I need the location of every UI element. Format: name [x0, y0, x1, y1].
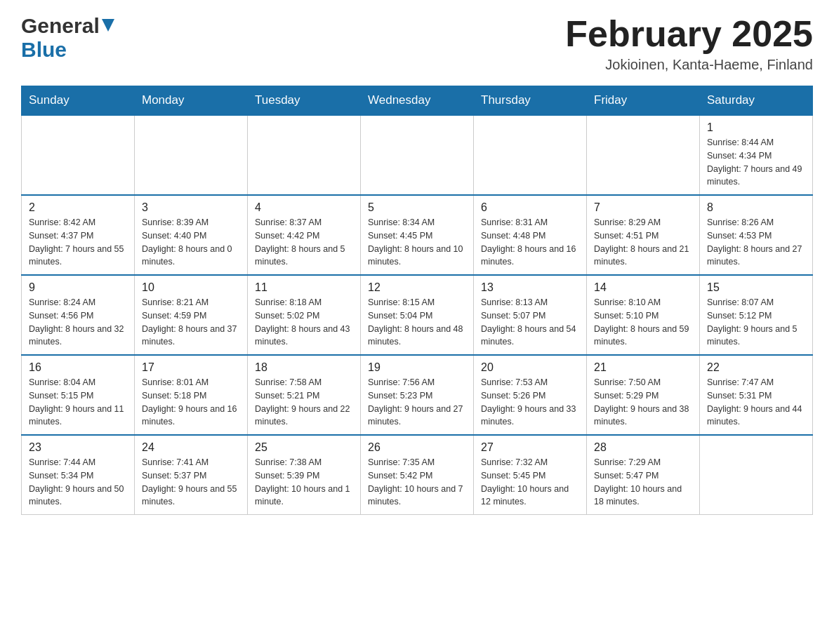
day-info: Sunrise: 8:07 AMSunset: 5:12 PMDaylight:…: [707, 296, 805, 349]
calendar-cell: 14Sunrise: 8:10 AMSunset: 5:10 PMDayligh…: [587, 275, 700, 355]
calendar-cell: 23Sunrise: 7:44 AMSunset: 5:34 PMDayligh…: [22, 435, 135, 515]
day-info: Sunrise: 8:26 AMSunset: 4:53 PMDaylight:…: [707, 216, 805, 269]
calendar-cell: 21Sunrise: 7:50 AMSunset: 5:29 PMDayligh…: [587, 355, 700, 435]
calendar-cell: 20Sunrise: 7:53 AMSunset: 5:26 PMDayligh…: [474, 355, 587, 435]
calendar-cell: 25Sunrise: 7:38 AMSunset: 5:39 PMDayligh…: [248, 435, 361, 515]
day-number: 28: [594, 441, 692, 454]
day-number: 5: [368, 201, 466, 214]
calendar-cell: 22Sunrise: 7:47 AMSunset: 5:31 PMDayligh…: [700, 355, 813, 435]
day-number: 17: [142, 361, 240, 374]
day-number: 11: [255, 281, 353, 294]
calendar-cell: 10Sunrise: 8:21 AMSunset: 4:59 PMDayligh…: [135, 275, 248, 355]
day-info: Sunrise: 8:31 AMSunset: 4:48 PMDaylight:…: [481, 216, 579, 269]
day-info: Sunrise: 8:37 AMSunset: 4:42 PMDaylight:…: [255, 216, 353, 269]
calendar-cell: 24Sunrise: 7:41 AMSunset: 5:37 PMDayligh…: [135, 435, 248, 515]
day-info: Sunrise: 7:38 AMSunset: 5:39 PMDaylight:…: [255, 456, 353, 509]
title-block: February 2025 Jokioinen, Kanta-Haeme, Fi…: [565, 14, 813, 73]
day-info: Sunrise: 8:44 AMSunset: 4:34 PMDaylight:…: [707, 136, 805, 189]
day-number: 7: [594, 201, 692, 214]
day-number: 27: [481, 441, 579, 454]
day-number: 16: [29, 361, 127, 374]
day-number: 25: [255, 441, 353, 454]
calendar-cell: 1Sunrise: 8:44 AMSunset: 4:34 PMDaylight…: [700, 115, 813, 195]
logo-general-text: General: [21, 14, 100, 38]
day-info: Sunrise: 8:34 AMSunset: 4:45 PMDaylight:…: [368, 216, 466, 269]
day-info: Sunrise: 8:24 AMSunset: 4:56 PMDaylight:…: [29, 296, 127, 349]
day-number: 20: [481, 361, 579, 374]
week-row-5: 23Sunrise: 7:44 AMSunset: 5:34 PMDayligh…: [22, 435, 813, 515]
day-number: 9: [29, 281, 127, 294]
calendar-cell: [474, 115, 587, 195]
page-header: General Blue February 2025 Jokioinen, Ka…: [21, 14, 813, 73]
header-sunday: Sunday: [22, 86, 135, 116]
day-number: 15: [707, 281, 805, 294]
day-number: 10: [142, 281, 240, 294]
calendar-cell: 28Sunrise: 7:29 AMSunset: 5:47 PMDayligh…: [587, 435, 700, 515]
day-number: 8: [707, 201, 805, 214]
calendar-cell: 13Sunrise: 8:13 AMSunset: 5:07 PMDayligh…: [474, 275, 587, 355]
calendar-cell: 15Sunrise: 8:07 AMSunset: 5:12 PMDayligh…: [700, 275, 813, 355]
calendar-cell: 11Sunrise: 8:18 AMSunset: 5:02 PMDayligh…: [248, 275, 361, 355]
calendar-cell: 3Sunrise: 8:39 AMSunset: 4:40 PMDaylight…: [135, 195, 248, 275]
day-info: Sunrise: 7:53 AMSunset: 5:26 PMDaylight:…: [481, 376, 579, 429]
header-saturday: Saturday: [700, 86, 813, 116]
header-wednesday: Wednesday: [361, 86, 474, 116]
weekday-header-row: Sunday Monday Tuesday Wednesday Thursday…: [22, 86, 813, 116]
calendar-cell: 4Sunrise: 8:37 AMSunset: 4:42 PMDaylight…: [248, 195, 361, 275]
day-info: Sunrise: 8:04 AMSunset: 5:15 PMDaylight:…: [29, 376, 127, 429]
day-info: Sunrise: 8:42 AMSunset: 4:37 PMDaylight:…: [29, 216, 127, 269]
week-row-4: 16Sunrise: 8:04 AMSunset: 5:15 PMDayligh…: [22, 355, 813, 435]
day-info: Sunrise: 7:56 AMSunset: 5:23 PMDaylight:…: [368, 376, 466, 429]
day-number: 18: [255, 361, 353, 374]
calendar-cell: [587, 115, 700, 195]
day-number: 6: [481, 201, 579, 214]
day-number: 13: [481, 281, 579, 294]
day-number: 3: [142, 201, 240, 214]
header-tuesday: Tuesday: [248, 86, 361, 116]
calendar-title: February 2025: [565, 14, 813, 54]
calendar-cell: [135, 115, 248, 195]
calendar-table: Sunday Monday Tuesday Wednesday Thursday…: [21, 86, 813, 515]
logo: General Blue: [21, 14, 114, 62]
calendar-cell: 16Sunrise: 8:04 AMSunset: 5:15 PMDayligh…: [22, 355, 135, 435]
day-info: Sunrise: 8:01 AMSunset: 5:18 PMDaylight:…: [142, 376, 240, 429]
week-row-3: 9Sunrise: 8:24 AMSunset: 4:56 PMDaylight…: [22, 275, 813, 355]
day-info: Sunrise: 7:44 AMSunset: 5:34 PMDaylight:…: [29, 456, 127, 509]
day-info: Sunrise: 8:29 AMSunset: 4:51 PMDaylight:…: [594, 216, 692, 269]
calendar-cell: 12Sunrise: 8:15 AMSunset: 5:04 PMDayligh…: [361, 275, 474, 355]
day-number: 4: [255, 201, 353, 214]
calendar-cell: 2Sunrise: 8:42 AMSunset: 4:37 PMDaylight…: [22, 195, 135, 275]
day-info: Sunrise: 7:29 AMSunset: 5:47 PMDaylight:…: [594, 456, 692, 509]
calendar-location: Jokioinen, Kanta-Haeme, Finland: [565, 57, 813, 73]
day-info: Sunrise: 7:50 AMSunset: 5:29 PMDaylight:…: [594, 376, 692, 429]
header-thursday: Thursday: [474, 86, 587, 116]
day-number: 21: [594, 361, 692, 374]
svg-marker-0: [102, 19, 114, 32]
day-number: 2: [29, 201, 127, 214]
calendar-cell: 9Sunrise: 8:24 AMSunset: 4:56 PMDaylight…: [22, 275, 135, 355]
calendar-cell: 17Sunrise: 8:01 AMSunset: 5:18 PMDayligh…: [135, 355, 248, 435]
day-number: 23: [29, 441, 127, 454]
calendar-cell: 8Sunrise: 8:26 AMSunset: 4:53 PMDaylight…: [700, 195, 813, 275]
day-number: 26: [368, 441, 466, 454]
calendar-cell: 7Sunrise: 8:29 AMSunset: 4:51 PMDaylight…: [587, 195, 700, 275]
day-number: 22: [707, 361, 805, 374]
calendar-cell: [22, 115, 135, 195]
calendar-cell: 19Sunrise: 7:56 AMSunset: 5:23 PMDayligh…: [361, 355, 474, 435]
calendar-cell: 6Sunrise: 8:31 AMSunset: 4:48 PMDaylight…: [474, 195, 587, 275]
day-info: Sunrise: 8:21 AMSunset: 4:59 PMDaylight:…: [142, 296, 240, 349]
day-info: Sunrise: 7:35 AMSunset: 5:42 PMDaylight:…: [368, 456, 466, 509]
week-row-1: 1Sunrise: 8:44 AMSunset: 4:34 PMDaylight…: [22, 115, 813, 195]
calendar-cell: 18Sunrise: 7:58 AMSunset: 5:21 PMDayligh…: [248, 355, 361, 435]
day-number: 14: [594, 281, 692, 294]
day-info: Sunrise: 7:47 AMSunset: 5:31 PMDaylight:…: [707, 376, 805, 429]
day-number: 12: [368, 281, 466, 294]
day-info: Sunrise: 8:10 AMSunset: 5:10 PMDaylight:…: [594, 296, 692, 349]
week-row-2: 2Sunrise: 8:42 AMSunset: 4:37 PMDaylight…: [22, 195, 813, 275]
day-number: 24: [142, 441, 240, 454]
day-info: Sunrise: 8:13 AMSunset: 5:07 PMDaylight:…: [481, 296, 579, 349]
calendar-cell: 5Sunrise: 8:34 AMSunset: 4:45 PMDaylight…: [361, 195, 474, 275]
logo-arrow-icon: [102, 19, 114, 36]
calendar-cell: 27Sunrise: 7:32 AMSunset: 5:45 PMDayligh…: [474, 435, 587, 515]
day-number: 19: [368, 361, 466, 374]
